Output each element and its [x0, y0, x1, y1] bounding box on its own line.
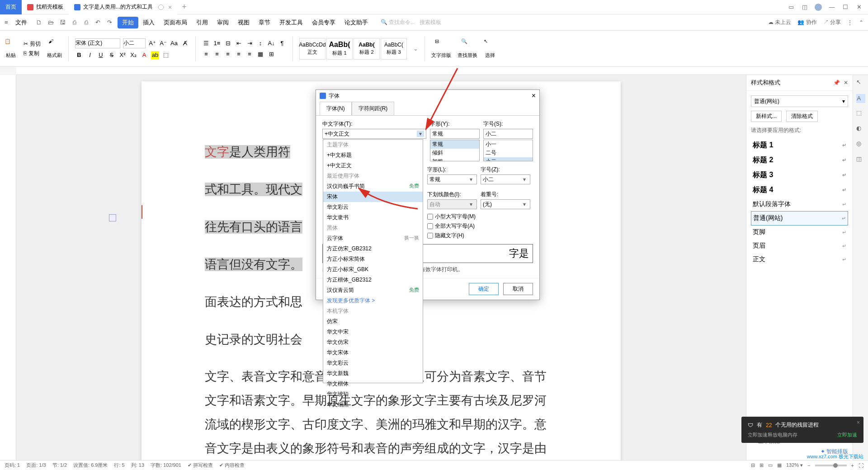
- content-check-button[interactable]: ✔ 内容检查: [219, 462, 245, 469]
- style-listbox[interactable]: 常规 倾斜 加粗: [430, 140, 480, 161]
- paste-button[interactable]: 📋粘贴: [5, 38, 17, 59]
- font-opt-hwxw[interactable]: 华文新魏: [323, 368, 423, 379]
- style-normal[interactable]: AaBbCcDd正文: [299, 38, 326, 60]
- all-caps-checkbox[interactable]: 全部大写字母(A): [427, 222, 533, 230]
- zoom-slider[interactable]: [833, 463, 838, 468]
- style2-combo[interactable]: 常规▾: [427, 174, 477, 184]
- style-item[interactable]: 标题 2↵: [751, 153, 848, 168]
- font-select[interactable]: [75, 38, 120, 48]
- search-template-input[interactable]: 搜索模板: [420, 19, 441, 26]
- clear-format-button[interactable]: 清除格式: [786, 111, 818, 122]
- new-tab-button[interactable]: +: [177, 2, 191, 12]
- status-col[interactable]: 列: 13: [131, 462, 144, 469]
- change-case-icon[interactable]: Aa: [170, 39, 178, 47]
- font-discover-more[interactable]: 发现更多优质字体 >: [323, 296, 423, 306]
- sb-location-icon[interactable]: ◎: [856, 140, 865, 149]
- menu-start[interactable]: 开始: [118, 17, 138, 28]
- view-print-icon[interactable]: ▭: [768, 462, 773, 468]
- tab-document[interactable]: 文字是人类用...的方式和工具 ×: [69, 0, 177, 14]
- font-opt-fzxbj[interactable]: 方正小标宋简体: [323, 254, 423, 264]
- zoom-in-button[interactable]: +: [851, 463, 854, 468]
- ok-button[interactable]: 确定: [469, 283, 499, 295]
- font-opt-hwls[interactable]: 华文隶书: [323, 212, 423, 223]
- align-left-icon[interactable]: ≡: [202, 50, 210, 58]
- cloud-status[interactable]: ☁ 未上云: [768, 19, 791, 26]
- collapse-ribbon-icon[interactable]: ⌃: [859, 19, 863, 26]
- tab-spacing[interactable]: 字符间距(R): [352, 102, 395, 115]
- font-opt-hwxh[interactable]: 华文细黑: [323, 400, 423, 410]
- tab-template[interactable]: 找稻壳模板: [22, 0, 69, 14]
- multilevel-icon[interactable]: ⊟: [224, 39, 232, 47]
- redo-icon[interactable]: ↷: [106, 19, 114, 27]
- chevron-down-icon[interactable]: ▾: [417, 131, 424, 137]
- small-caps-checkbox[interactable]: 小型大写字母(M): [427, 213, 533, 221]
- font-opt-fzxbg[interactable]: 方正小标宋_GBK: [323, 264, 423, 275]
- more-menu-icon[interactable]: ⋮: [847, 19, 853, 26]
- increase-indent-icon[interactable]: ⇥: [245, 39, 254, 47]
- fullscreen-icon[interactable]: ⛶: [859, 463, 863, 468]
- menu-file[interactable]: 文件: [11, 17, 32, 28]
- style-item[interactable]: 标题 1↵: [751, 138, 848, 153]
- pin-icon[interactable]: 📌: [833, 80, 840, 86]
- view-web-icon[interactable]: ⊞: [760, 462, 764, 468]
- ruler-vertical[interactable]: [0, 75, 16, 460]
- font-color-button[interactable]: A: [140, 51, 148, 59]
- align-center-icon[interactable]: ≡: [213, 50, 221, 58]
- view-read-icon[interactable]: ▦: [777, 462, 782, 468]
- styles-dropdown-icon[interactable]: ⌄: [413, 45, 418, 52]
- line-spacing-icon[interactable]: ↕: [256, 39, 264, 47]
- style-item[interactable]: 页眉↵: [751, 239, 848, 253]
- cooperate-button[interactable]: 👥 协作: [797, 19, 816, 26]
- style-input[interactable]: 常规: [430, 129, 480, 139]
- font-opt-simsun[interactable]: 宋体: [323, 192, 423, 202]
- sb-shape-icon[interactable]: ◐: [856, 125, 865, 134]
- style-h1[interactable]: AaBb(标题 1: [326, 38, 353, 60]
- font-opt-hwzs[interactable]: 华文中宋: [323, 327, 423, 337]
- copy-button[interactable]: ⎘ 复制: [24, 50, 41, 57]
- save-icon[interactable]: 🖫: [59, 19, 67, 27]
- notif-close-icon[interactable]: ×: [857, 419, 860, 426]
- subscript-button[interactable]: X₂: [129, 51, 137, 59]
- cancel-button[interactable]: 取消: [503, 283, 533, 295]
- status-section[interactable]: 节: 1/2: [52, 462, 67, 469]
- spell-check-button[interactable]: ✔ 拼写检查: [188, 462, 213, 469]
- status-position[interactable]: 设置值: 6.9厘米: [73, 462, 108, 469]
- view-outline-icon[interactable]: ⊟: [751, 462, 755, 468]
- app-grid-icon[interactable]: ◫: [801, 4, 808, 11]
- menu-thesis[interactable]: 论文助手: [340, 17, 373, 28]
- current-style-combo[interactable]: 普通(网站)▾: [751, 95, 848, 107]
- style-item[interactable]: 标题 3↵: [751, 168, 848, 183]
- number-list-icon[interactable]: 1≡: [213, 39, 221, 47]
- cut-button[interactable]: ✂ 剪切: [24, 40, 41, 48]
- style-item[interactable]: 页脚↵: [751, 226, 848, 239]
- menu-chapter[interactable]: 章节: [254, 17, 275, 28]
- clear-format-icon[interactable]: A̸: [181, 39, 189, 47]
- style-item[interactable]: 普通(网站)↵: [751, 211, 848, 226]
- menu-review[interactable]: 审阅: [212, 17, 233, 28]
- font-opt-cn-body[interactable]: +中文正文: [323, 160, 423, 171]
- size-listbox[interactable]: 小一 二号 小二: [483, 140, 533, 161]
- sb-style-icon[interactable]: A: [856, 94, 865, 103]
- status-pages[interactable]: 页面: 1/3: [26, 462, 46, 469]
- panel-close-icon[interactable]: ✕: [844, 80, 848, 86]
- status-page-num[interactable]: 页码: 1: [5, 462, 20, 469]
- style-item[interactable]: 默认段落字体↵: [751, 197, 848, 211]
- underline-button[interactable]: U: [97, 51, 105, 59]
- menu-member[interactable]: 会员专享: [307, 17, 340, 28]
- avatar-icon[interactable]: [815, 4, 822, 11]
- reading-mode-icon[interactable]: ▭: [788, 4, 795, 11]
- font-opt-hanyi[interactable]: 汉仪尚巍手书简免费: [323, 181, 423, 192]
- style-item[interactable]: 正文↵: [751, 253, 848, 266]
- decrease-font-icon[interactable]: A⁻: [159, 39, 167, 47]
- menu-references[interactable]: 引用: [192, 17, 212, 28]
- italic-button[interactable]: I: [86, 51, 94, 59]
- accelerate-button[interactable]: 立即加速: [837, 432, 857, 438]
- menu-view[interactable]: 视图: [233, 17, 254, 28]
- search-command-input[interactable]: 🔍 查找命令...: [381, 19, 415, 26]
- select-button[interactable]: ↖选择: [484, 38, 496, 59]
- decrease-indent-icon[interactable]: ⇤: [235, 39, 243, 47]
- bold-button[interactable]: B: [75, 51, 83, 59]
- print-preview-icon[interactable]: ⎙: [82, 19, 90, 27]
- borders-icon[interactable]: ⊞: [267, 50, 275, 58]
- style-item[interactable]: 标题 4↵: [751, 183, 848, 197]
